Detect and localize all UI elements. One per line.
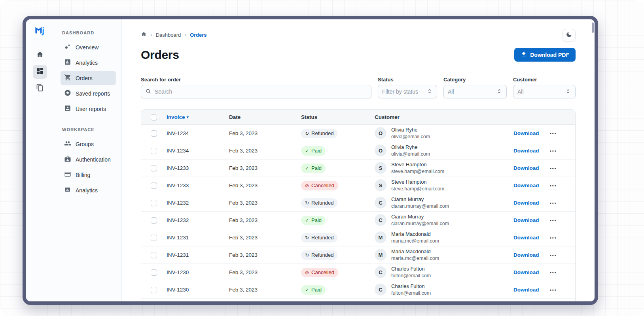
customer-name: Olivia Ryhe: [391, 127, 430, 134]
download-link[interactable]: Download: [513, 182, 539, 188]
chevron-up-down-icon: [496, 88, 502, 96]
breadcrumb: › Dashboard › Orders: [141, 31, 576, 38]
chevron-right-icon: ›: [184, 32, 186, 38]
customer-name: Maria Macdonald: [391, 231, 439, 238]
table-row[interactable]: INV-1232Feb 3, 2023↻RefundedCCiaran Murr…: [141, 194, 575, 212]
autorenew-icon: ↻: [305, 131, 309, 136]
sidebar-item-overview[interactable]: Overview: [61, 40, 116, 55]
download-link[interactable]: Download: [513, 287, 539, 293]
table-row[interactable]: INV-1231Feb 3, 2023↻RefundedMMaria Macdo…: [141, 229, 575, 246]
row-checkbox[interactable]: [151, 217, 157, 224]
download-link[interactable]: Download: [513, 269, 539, 275]
sidebar-item-user-reports[interactable]: User reports: [61, 102, 116, 116]
table-row[interactable]: INV-1230Feb 3, 2023✓PaidCCharles Fultonf…: [141, 281, 575, 299]
download-link[interactable]: Download: [513, 148, 539, 154]
sidebar-item-orders[interactable]: Orders: [61, 71, 116, 85]
status-badge: ⊘Cancelled: [301, 268, 338, 277]
rail-pages-button[interactable]: [33, 81, 47, 96]
row-menu-button[interactable]: •••: [550, 149, 557, 153]
column-header-invoice[interactable]: Invoice ▾: [167, 114, 229, 120]
row-checkbox[interactable]: [151, 200, 157, 206]
table-header: Invoice ▾ Date Status Customer: [141, 110, 575, 125]
download-link[interactable]: Download: [513, 217, 539, 223]
select-all-checkbox[interactable]: [151, 114, 157, 120]
row-checkbox[interactable]: [151, 130, 157, 137]
column-header-date: Date: [229, 114, 301, 120]
row-checkbox[interactable]: [151, 148, 157, 154]
row-checkbox[interactable]: [151, 287, 157, 293]
sidebar-item-analytics-ws[interactable]: Analytics: [61, 183, 116, 198]
download-icon: [521, 51, 527, 58]
check-icon: ✓: [305, 149, 309, 153]
chevron-right-icon: ›: [150, 32, 152, 38]
home-icon: [36, 51, 44, 60]
row-menu-button[interactable]: •••: [550, 166, 557, 171]
customer-email: olivia@email.com: [391, 134, 430, 140]
window-scrollbar[interactable]: [592, 23, 594, 33]
status-filter-label: Status: [378, 77, 437, 83]
table-row[interactable]: INV-1233Feb 3, 2023✓PaidSSteve Hamptonst…: [141, 160, 575, 177]
table-row[interactable]: INV-1232Feb 3, 2023✓PaidCCiaran Murrayci…: [141, 212, 575, 229]
rail-dashboard-button[interactable]: [33, 65, 47, 79]
star-circle-icon: [64, 89, 71, 98]
dashboard-grid-icon: [36, 67, 44, 77]
table-row[interactable]: INV-1234Feb 3, 2023✓PaidOOlivia Ryheoliv…: [141, 142, 575, 160]
row-menu-button[interactable]: •••: [550, 270, 557, 275]
customer-name: Maria Macdonald: [391, 248, 439, 255]
sidebar-item-authentication[interactable]: Authentication: [61, 152, 116, 167]
download-link[interactable]: Download: [513, 165, 539, 171]
table-row[interactable]: INV-1230Feb 3, 2023⊘CancelledCCharles Fu…: [141, 264, 575, 281]
download-link[interactable]: Download: [513, 130, 539, 136]
autorenew-icon: ↻: [305, 235, 309, 240]
row-menu-button[interactable]: •••: [550, 253, 557, 258]
row-checkbox[interactable]: [151, 165, 157, 171]
customer-email: fulton@email.com: [391, 290, 431, 296]
table-row[interactable]: [141, 299, 575, 301]
theme-toggle-button[interactable]: [563, 29, 576, 42]
row-checkbox[interactable]: [151, 182, 157, 189]
invoice-id: INV-1233: [167, 182, 229, 188]
search-icon: [145, 88, 152, 96]
table-row[interactable]: INV-1234Feb 3, 2023↻RefundedOOlivia Ryhe…: [141, 125, 575, 142]
rail-home-button[interactable]: [33, 48, 47, 62]
customer-select[interactable]: All: [513, 85, 576, 98]
category-select[interactable]: All: [443, 85, 507, 98]
search-input[interactable]: Search: [141, 85, 371, 98]
status-badge: ↻Refunded: [301, 198, 337, 208]
search-placeholder: Search: [155, 88, 172, 95]
order-date: Feb 3, 2023: [229, 252, 301, 258]
download-link[interactable]: Download: [513, 252, 539, 258]
row-checkbox[interactable]: [151, 269, 157, 276]
row-menu-button[interactable]: •••: [550, 218, 557, 223]
row-menu-button[interactable]: •••: [550, 288, 557, 292]
row-menu-button[interactable]: •••: [550, 183, 557, 188]
status-badge: ✓Paid: [301, 285, 326, 295]
sidebar-item-groups[interactable]: Groups: [61, 137, 116, 151]
invoice-id: INV-1234: [167, 130, 229, 136]
row-menu-button[interactable]: •••: [550, 131, 557, 136]
customer-email: fulton@email.com: [391, 273, 431, 279]
table-row[interactable]: INV-1233Feb 3, 2023⊘CancelledSSteve Hamp…: [141, 177, 575, 194]
credit-card-icon: [64, 171, 71, 179]
block-icon: ⊘: [305, 270, 309, 275]
sidebar-item-saved-reports[interactable]: Saved reports: [61, 86, 116, 101]
breadcrumb-dashboard[interactable]: Dashboard: [156, 32, 181, 38]
download-link[interactable]: Download: [513, 235, 539, 241]
row-checkbox[interactable]: [151, 252, 157, 258]
download-link[interactable]: Download: [513, 200, 539, 206]
moon-icon: [566, 31, 572, 40]
app-window: DASHBOARD Overview Analytics Orders Save…: [23, 16, 598, 305]
sidebar-item-billing[interactable]: Billing: [61, 167, 116, 182]
row-checkbox[interactable]: [151, 235, 157, 241]
table-row[interactable]: INV-1231Feb 3, 2023↻RefundedMMaria Macdo…: [141, 246, 575, 264]
home-icon[interactable]: [141, 31, 147, 38]
id-badge-icon: [64, 155, 71, 164]
shopping-cart-icon: [64, 74, 71, 82]
status-select[interactable]: Filter by status: [378, 85, 437, 98]
sidebar-item-analytics[interactable]: Analytics: [61, 55, 116, 70]
row-menu-button[interactable]: •••: [550, 235, 557, 240]
avatar: [375, 301, 386, 302]
row-menu-button[interactable]: •••: [550, 201, 557, 205]
download-pdf-button[interactable]: Download PDF: [514, 48, 576, 62]
customer-email: steve.hamp@email.com: [391, 168, 444, 175]
